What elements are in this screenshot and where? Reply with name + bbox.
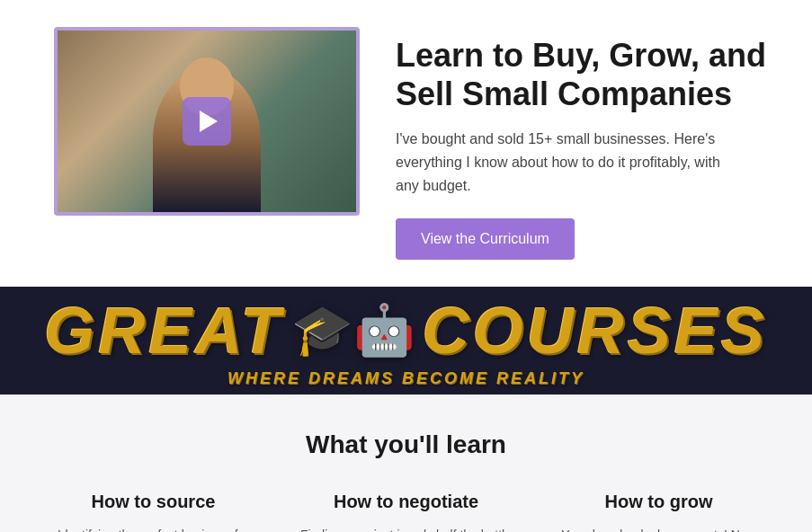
learn-item-desc: Finding a project is only half the battl…	[298, 525, 514, 532]
hero-title: Learn to Buy, Grow, and Sell Small Compa…	[396, 36, 776, 113]
hero-content: Learn to Buy, Grow, and Sell Small Compa…	[396, 27, 776, 260]
learn-item: How to sourceIdentifying the perfect bus…	[36, 492, 271, 532]
watermark-title-row: GREAT 🎓🤖 COURSES	[44, 294, 768, 368]
watermark-content: GREAT 🎓🤖 COURSES WHERE DREAMS BECOME REA…	[44, 294, 768, 388]
learn-grid: How to sourceIdentifying the perfect bus…	[36, 492, 776, 532]
learn-item-title: How to grow	[550, 492, 767, 512]
hero-section: Learn to Buy, Grow, and Sell Small Compa…	[0, 0, 812, 287]
learn-section-title: What you'll learn	[36, 430, 776, 459]
learn-item: How to growYou closed a deal -- congrats…	[541, 492, 776, 532]
learn-item-title: How to negotiate	[298, 492, 514, 512]
learn-item-title: How to source	[45, 492, 262, 512]
watermark-tagline: WHERE DREAMS BECOME REALITY	[228, 369, 584, 388]
watermark-great: GREAT	[44, 294, 284, 368]
watermark-robot-icon: 🎓🤖	[291, 301, 415, 359]
learn-section: What you'll learn How to sourceIdentifyi…	[0, 395, 812, 532]
play-icon	[200, 111, 218, 132]
learn-item-desc: You closed a deal -- congrats! Now you n…	[550, 525, 767, 532]
view-curriculum-button[interactable]: View the Curriculum	[396, 218, 575, 260]
watermark-banner: GREAT 🎓🤖 COURSES WHERE DREAMS BECOME REA…	[0, 287, 812, 395]
video-player[interactable]	[54, 27, 360, 216]
learn-item-desc: Identifying the perfect business for you…	[45, 525, 262, 532]
learn-item: How to negotiateFinding a project is onl…	[289, 492, 523, 532]
hero-subtitle: I've bought and sold 15+ small businesse…	[396, 128, 737, 197]
watermark-courses: COURSES	[423, 294, 768, 368]
play-button[interactable]	[183, 97, 231, 146]
